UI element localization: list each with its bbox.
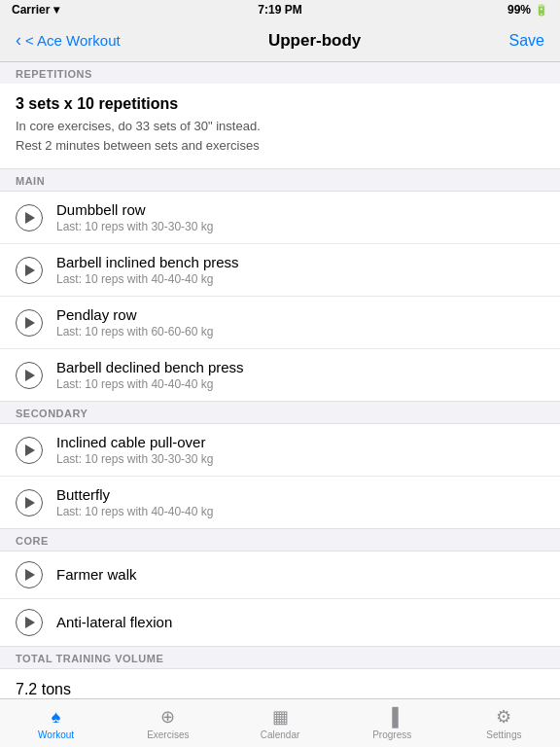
play-icon <box>25 370 35 381</box>
exercise-info: Butterfly Last: 10 reps with 40-40-40 kg <box>56 486 544 518</box>
exercise-row[interactable]: Barbell inclined bench press Last: 10 re… <box>0 244 560 297</box>
tab-label-calendar: Calendar <box>261 729 300 740</box>
exercise-info: Dumbbell row Last: 10 reps with 30-30-30… <box>56 201 544 233</box>
exercise-info: Pendlay row Last: 10 reps with 60-60-60 … <box>56 306 544 338</box>
exercise-last: Last: 10 reps with 60-60-60 kg <box>56 325 544 338</box>
secondary-section-header: SECONDARY <box>0 402 560 423</box>
repetitions-title: 3 sets x 10 repetitions <box>16 95 544 113</box>
carrier-label: Carrier <box>12 3 50 17</box>
exercise-row[interactable]: Anti-lateral flexion <box>0 599 560 646</box>
tab-label-settings: Settings <box>486 729 521 740</box>
exercise-info: Inclined cable pull-over Last: 10 reps w… <box>56 434 544 466</box>
tab-label-exercises: Exercises <box>147 729 189 740</box>
exercise-name: Butterfly <box>56 486 544 503</box>
status-left: Carrier ▾ <box>12 3 59 17</box>
tab-icon-exercises: ⊕ <box>160 706 175 728</box>
play-button[interactable] <box>16 561 43 588</box>
tab-icon-calendar: ▦ <box>272 706 289 728</box>
play-button[interactable] <box>16 257 43 284</box>
exercise-name: Pendlay row <box>56 306 544 323</box>
battery-icon: 🔋 <box>535 4 548 17</box>
play-button[interactable] <box>16 609 43 636</box>
exercise-last: Last: 10 reps with 30-30-30 kg <box>56 220 544 233</box>
exercise-row[interactable]: Farmer walk <box>0 551 560 599</box>
tab-label-workout: Workout <box>38 729 74 740</box>
chevron-left-icon: ‹ <box>16 30 21 51</box>
play-button[interactable] <box>16 489 43 516</box>
play-button[interactable] <box>16 204 43 231</box>
tab-icon-workout: ♠ <box>52 707 61 728</box>
tab-bar: ♠Workout⊕Exercises▦Calendar▐Progress⚙Set… <box>0 698 560 747</box>
exercise-row[interactable]: Butterfly Last: 10 reps with 40-40-40 kg <box>0 477 560 528</box>
exercise-name: Dumbbell row <box>56 201 544 218</box>
play-icon <box>25 212 35 224</box>
main-section-header: MAIN <box>0 169 560 191</box>
play-icon <box>25 445 35 456</box>
back-button[interactable]: ‹ < Ace Workout <box>16 30 121 51</box>
tab-progress[interactable]: ▐Progress <box>336 707 448 740</box>
exercise-name: Farmer walk <box>56 566 544 583</box>
play-icon <box>25 497 35 509</box>
exercise-name: Inclined cable pull-over <box>56 434 544 450</box>
tab-icon-progress: ▐ <box>386 707 399 728</box>
volume-section-header: TOTAL TRAINING VOLUME <box>0 647 560 668</box>
exercise-row[interactable]: Barbell declined bench press Last: 10 re… <box>0 349 560 401</box>
repetitions-block: 3 sets x 10 repetitions In core exercise… <box>0 84 560 169</box>
tab-exercises[interactable]: ⊕Exercises <box>112 706 224 740</box>
status-time: 7:19 PM <box>258 3 301 17</box>
status-bar: Carrier ▾ 7:19 PM 99% 🔋 <box>0 0 560 19</box>
play-icon <box>25 265 35 276</box>
tab-settings[interactable]: ⚙Settings <box>448 706 560 740</box>
main-exercises-block: Dumbbell row Last: 10 reps with 30-30-30… <box>0 191 560 402</box>
repetitions-section-header: REPETITIONS <box>0 62 560 84</box>
exercise-name: Barbell declined bench press <box>56 359 544 375</box>
status-right: 99% 🔋 <box>508 3 548 17</box>
battery-label: 99% <box>508 3 531 17</box>
back-label: < Ace Workout <box>25 32 121 49</box>
core-section-header: CORE <box>0 529 560 551</box>
exercise-info: Anti-lateral flexion <box>56 614 544 632</box>
exercise-info: Farmer walk <box>56 566 544 585</box>
exercise-name: Barbell inclined bench press <box>56 254 544 270</box>
exercise-row[interactable]: Pendlay row Last: 10 reps with 60-60-60 … <box>0 297 560 349</box>
core-exercises-block: Farmer walk Anti-lateral flexion <box>0 551 560 647</box>
page-title: Upper-body <box>268 31 361 51</box>
main-content: REPETITIONS 3 sets x 10 repetitions In c… <box>0 62 560 747</box>
repetitions-desc: In core exercises, do 33 sets of 30" ins… <box>16 117 544 155</box>
play-icon <box>25 617 35 628</box>
exercise-info: Barbell inclined bench press Last: 10 re… <box>56 254 544 286</box>
play-button[interactable] <box>16 362 43 389</box>
exercise-last: Last: 10 reps with 40-40-40 kg <box>56 272 544 286</box>
exercise-name: Anti-lateral flexion <box>56 614 544 630</box>
exercise-info: Barbell declined bench press Last: 10 re… <box>56 359 544 391</box>
tab-icon-settings: ⚙ <box>496 706 511 728</box>
tab-workout[interactable]: ♠Workout <box>0 707 112 740</box>
exercise-last: Last: 10 reps with 40-40-40 kg <box>56 377 544 391</box>
wifi-icon: ▾ <box>53 3 59 17</box>
play-button[interactable] <box>16 437 43 464</box>
exercise-row[interactable]: Dumbbell row Last: 10 reps with 30-30-30… <box>0 192 560 244</box>
secondary-exercises-block: Inclined cable pull-over Last: 10 reps w… <box>0 423 560 529</box>
exercise-last: Last: 10 reps with 40-40-40 kg <box>56 505 544 518</box>
nav-bar: ‹ < Ace Workout Upper-body Save <box>0 19 560 62</box>
tab-label-progress: Progress <box>372 729 411 740</box>
save-button[interactable]: Save <box>509 32 544 50</box>
play-button[interactable] <box>16 309 43 337</box>
tab-calendar[interactable]: ▦Calendar <box>224 706 335 740</box>
exercise-last: Last: 10 reps with 30-30-30 kg <box>56 452 544 466</box>
play-icon <box>25 317 35 329</box>
volume-value: 7.2 tons <box>16 681 544 698</box>
play-icon <box>25 569 35 581</box>
exercise-row[interactable]: Inclined cable pull-over Last: 10 reps w… <box>0 424 560 477</box>
